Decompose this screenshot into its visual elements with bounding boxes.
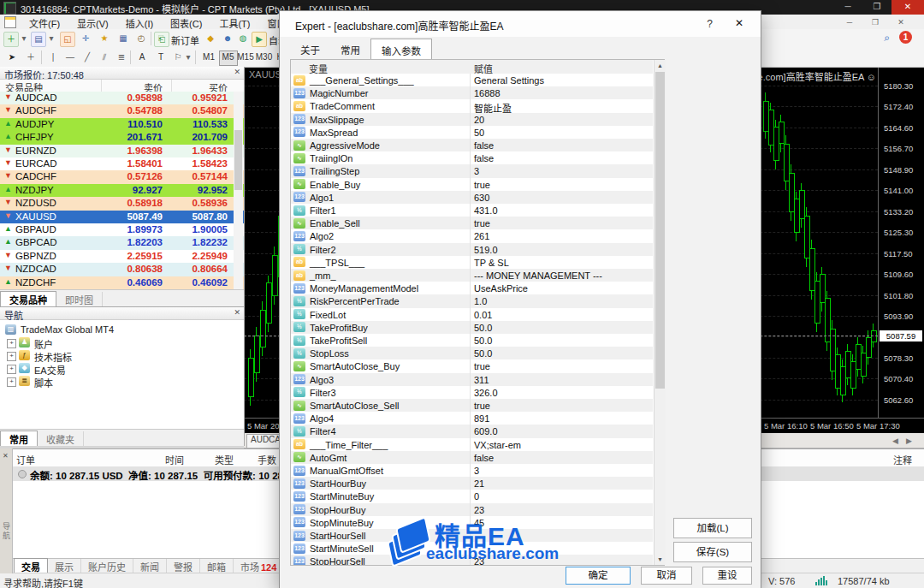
param-value[interactable]: false [474, 453, 494, 463]
param-row[interactable]: ∿Enable_Selltrue [291, 217, 653, 229]
param-value[interactable]: true [474, 361, 490, 371]
param-row[interactable]: ½TakeProfitBuy50.0 [291, 321, 653, 334]
timeframe-m15[interactable]: M15 [237, 50, 254, 64]
param-value[interactable]: true [474, 180, 490, 190]
param-row[interactable]: ½Filter3326.0 [291, 386, 653, 399]
terminal-tab-0[interactable]: 交易 [14, 558, 48, 573]
channel-icon[interactable]: ⫽ [98, 50, 111, 64]
param-row[interactable]: 123StartHourSell [291, 529, 653, 542]
terminal-tab-2[interactable]: 账户历史 [81, 559, 133, 573]
terminal-tab-5[interactable]: 邮箱 [200, 559, 234, 573]
new-chart-dropdown-icon[interactable]: ▾ [21, 32, 27, 45]
param-row[interactable]: ½FixedLot0.01 [291, 308, 653, 321]
param-value[interactable]: 50.0 [474, 348, 492, 359]
param-row[interactable]: ∿TraiinglOnfalse [291, 151, 653, 164]
param-value[interactable]: 21 [474, 478, 484, 489]
param-row[interactable]: ½Filter2519.0 [291, 243, 653, 256]
market-watch-row[interactable]: ▼XAUUSD5087.495087.80 [0, 211, 244, 223]
param-row[interactable]: 123MaxSlippage20 [291, 113, 653, 126]
param-row[interactable]: abTradeComment智能止盈 [291, 99, 653, 112]
param-row[interactable]: 123StopMinuteBuy45 [291, 516, 653, 529]
scroll-up-icon[interactable]: ▲ [654, 60, 666, 71]
param-value[interactable]: 45 [474, 518, 484, 528]
param-row[interactable]: 123Algo2261 [291, 229, 653, 242]
param-value[interactable]: 23 [474, 505, 484, 515]
param-value[interactable]: UseAskPrice [474, 283, 528, 294]
market-watch-row[interactable]: ▼AUDCAD0.958980.95921 [0, 92, 244, 104]
param-value[interactable]: VX;star-em [474, 440, 521, 450]
terminal-icon[interactable]: ▦ [116, 32, 130, 45]
reset-button[interactable]: 重设 [702, 567, 752, 585]
param-value[interactable]: General Settings [474, 75, 544, 86]
terminal-tab-1[interactable]: 展示 [48, 559, 81, 573]
market-watch-row[interactable]: ▲GBPAUD1.899731.90005 [0, 223, 244, 236]
param-value[interactable]: 326.0 [474, 388, 498, 398]
text-label-icon[interactable]: T [154, 50, 168, 64]
horizontal-line-icon[interactable]: — [63, 50, 77, 64]
param-row[interactable]: ab___TPSL___TP & SL [291, 256, 653, 269]
market-watch-close-icon[interactable]: ✕ [234, 68, 240, 76]
timeframe-m1[interactable]: M1 [200, 50, 217, 64]
crosshair-icon[interactable]: ＋ [24, 50, 38, 64]
market-watch-row[interactable]: ▼AUDCHF0.547880.54807 [0, 104, 244, 117]
param-row[interactable]: 123MagicNumber16888 [291, 86, 653, 99]
maximize-button[interactable]: ❐ [862, 0, 891, 15]
param-value[interactable]: 16888 [474, 88, 500, 98]
terminal-tab-3[interactable]: 新闻 [133, 559, 167, 573]
timeframe-m30[interactable]: M30 [256, 50, 273, 64]
tab-scroll-left-icon[interactable]: ◀ [892, 437, 898, 445]
param-value[interactable]: 50.0 [474, 323, 492, 333]
market-watch-row[interactable]: ▼GBPNZD2.259152.25949 [0, 250, 244, 263]
param-row[interactable]: 123ManualGmtOffset3 [291, 464, 653, 477]
param-value[interactable]: 891 [474, 413, 489, 424]
vertical-line-icon[interactable]: | [46, 50, 60, 64]
terminal-tab-4[interactable]: 警报 [167, 559, 200, 573]
metaeditor-icon[interactable]: ◆ [204, 32, 217, 45]
market-watch-row[interactable]: ▲AUDJPY110.510110.533 [0, 118, 244, 131]
param-value[interactable]: 20 [474, 115, 484, 125]
param-value[interactable]: 519.0 [474, 245, 498, 255]
market-watch-scrollbar[interactable] [234, 92, 243, 289]
menu-item-4[interactable]: 工具(T) [210, 15, 258, 29]
text-icon[interactable]: A [135, 50, 149, 64]
param-value[interactable]: 3 [474, 466, 479, 476]
menu-item-2[interactable]: 插入(I) [117, 15, 162, 29]
terminal-close-icon[interactable]: ✕ [3, 452, 9, 460]
param-row[interactable]: 123MoneyManagementModelUseAskPrice [291, 282, 653, 294]
param-row[interactable]: 123Algo1630 [291, 191, 653, 204]
param-row[interactable]: 123StopHourSell23 [291, 555, 653, 565]
param-row[interactable]: 123StartHourBuy21 [291, 477, 653, 490]
terminal-tab-6[interactable]: 市场124 [234, 559, 284, 573]
auto-trading-icon[interactable]: ▶ [252, 32, 267, 47]
param-value[interactable]: 431.0 [474, 205, 498, 216]
new-order-label[interactable]: 新订单 [171, 33, 199, 47]
param-row[interactable]: ab___Time_Filter___VX;star-em [291, 438, 653, 451]
param-value[interactable]: 50.0 [474, 336, 492, 346]
mdi-close-icon[interactable]: ✕ [891, 17, 910, 27]
param-value[interactable]: false [474, 153, 494, 163]
param-row[interactable]: ½RiskPercentPerTrade1.0 [291, 294, 653, 307]
fibonacci-icon[interactable]: ≣ [115, 50, 128, 64]
param-value[interactable]: 630 [474, 193, 489, 203]
param-value[interactable]: TP & SL [474, 258, 509, 268]
param-row[interactable]: ab_mm_--- MONEY MANAGEMENT --- [291, 269, 653, 282]
navigator-icon[interactable]: ★ [98, 32, 111, 45]
market-watch-row[interactable]: ▲GBPCAD1.822031.82232 [0, 236, 244, 249]
market-watch-row[interactable]: ▲CHFJPY201.671201.709 [0, 131, 244, 144]
param-value[interactable]: 0.01 [474, 310, 492, 320]
dialog-help-icon[interactable]: ? [707, 18, 713, 30]
param-value[interactable]: 609.0 [474, 426, 498, 437]
expand-icon[interactable]: + [7, 352, 16, 361]
menu-item-3[interactable]: 图表(C) [162, 15, 210, 29]
param-row[interactable]: ½StopLoss50.0 [291, 347, 653, 359]
param-row[interactable]: ∿SmartAutoClose_Buytrue [291, 359, 653, 372]
tab-交易品种[interactable]: 交易品种 [0, 291, 56, 306]
scrollbar-thumb[interactable] [655, 72, 665, 389]
arrows-dropdown-icon[interactable]: ▾ [185, 50, 192, 64]
param-row[interactable]: ∿Enable_Buytrue [291, 178, 653, 191]
market-watch-row[interactable]: ▼EURCAD1.584011.58423 [0, 157, 244, 170]
mdi-minimize-icon[interactable]: ─ [840, 17, 859, 27]
param-value[interactable]: true [474, 218, 490, 229]
dialog-tab-1[interactable]: 常用 [330, 40, 370, 59]
tab-scroll-right-icon[interactable]: ▶ [906, 437, 912, 445]
